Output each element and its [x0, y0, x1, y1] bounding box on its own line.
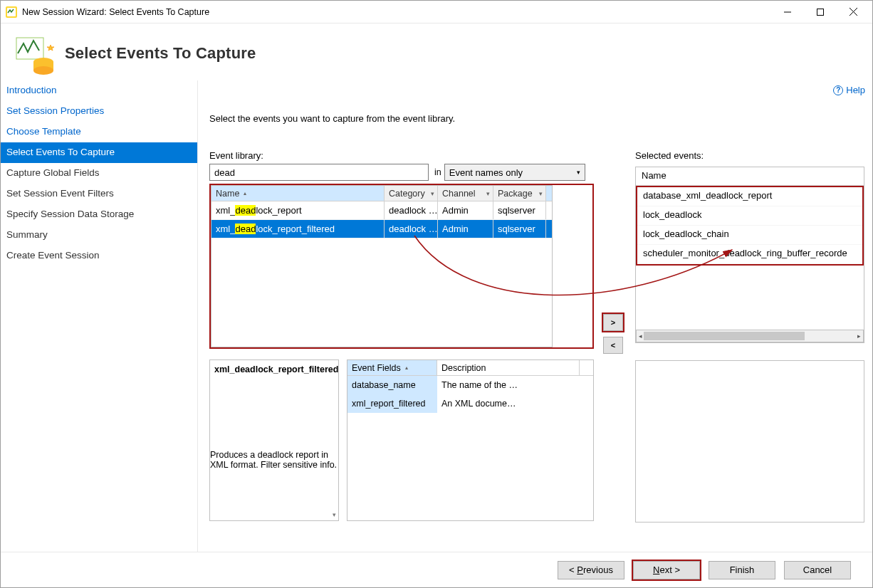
- cell-name: xml_deadlock_report_filtered: [211, 220, 385, 238]
- svg-rect-3: [817, 9, 824, 15]
- chevron-down-icon: ▾: [577, 169, 580, 176]
- cell-field-desc: An XML docume…: [437, 394, 580, 413]
- selected-events-section: Selected events: Name database_xml_deadl…: [635, 150, 864, 343]
- help-icon: ?: [833, 85, 843, 95]
- col-description[interactable]: Description: [437, 360, 580, 375]
- filter-in-label: in: [434, 167, 441, 177]
- cancel-button[interactable]: Cancel: [784, 561, 851, 579]
- selected-events-grid[interactable]: Name database_xml_deadlock_report lock_d…: [635, 167, 864, 343]
- list-item[interactable]: database_xml_deadlock_report: [637, 187, 862, 206]
- list-item[interactable]: lock_deadlock: [637, 206, 862, 226]
- svg-marker-10: [47, 45, 54, 51]
- wizard-logo-icon: [14, 32, 56, 75]
- table-row[interactable]: database_name The name of the …: [347, 376, 593, 394]
- minimize-button[interactable]: [771, 1, 804, 23]
- add-event-button[interactable]: >: [603, 314, 623, 331]
- page-header: Select Events To Capture: [1, 23, 872, 80]
- page-title: Select Events To Capture: [65, 44, 256, 63]
- selected-events-empty-panel: [635, 360, 864, 523]
- col-channel[interactable]: Channel▾: [438, 186, 493, 201]
- event-desc-title: xml_deadlock_report_filtered: [214, 364, 334, 374]
- dropdown-icon[interactable]: ▾: [333, 511, 336, 518]
- table-row[interactable]: xml_report_filtered An XML docume…: [347, 394, 593, 413]
- instruction-text: Select the events you want to capture fr…: [209, 113, 862, 124]
- close-button[interactable]: [837, 1, 869, 23]
- selected-events-label: Selected events:: [635, 150, 864, 161]
- filter-icon: ▾: [431, 190, 434, 197]
- next-button[interactable]: Next >: [633, 561, 700, 579]
- cell-field-desc: The name of the …: [437, 376, 580, 394]
- filter-row: in Event names only ▾: [209, 164, 594, 181]
- transfer-buttons: > <: [603, 314, 624, 354]
- scroll-right-icon: ▸: [857, 332, 861, 340]
- help-link[interactable]: ? Help: [833, 85, 865, 95]
- event-library-section: Event library: in Event names only ▾ Nam…: [209, 150, 594, 349]
- filter-input[interactable]: [209, 164, 429, 181]
- cell-channel: Admin: [438, 201, 493, 219]
- footer: < Previous Next > Finish Cancel: [1, 552, 872, 587]
- scroll-thumb[interactable]: [644, 332, 805, 340]
- event-library-grid[interactable]: Name▴ Category▾ Channel▾ Package▾ xml_de…: [211, 185, 553, 347]
- table-row[interactable]: xml_deadlock_report deadlock … Admin sql…: [211, 201, 552, 220]
- filter-scope-value: Event names only: [449, 167, 523, 178]
- nav-create-event-session[interactable]: Create Event Session: [1, 246, 197, 266]
- selected-events-body: database_xml_deadlock_report lock_deadlo…: [637, 187, 862, 264]
- window-title: New Session Wizard: Select Events To Cap…: [22, 7, 771, 17]
- body: Introduction Set Session Properties Choo…: [1, 80, 872, 552]
- scrollbar-horizontal[interactable]: ◂ ▸: [636, 330, 864, 342]
- filter-icon: ▾: [539, 190, 543, 197]
- finish-button[interactable]: Finish: [709, 561, 775, 579]
- cell-channel: Admin: [438, 220, 493, 238]
- col-event-fields[interactable]: Event Fields▴: [347, 360, 437, 375]
- app-icon: [5, 6, 18, 19]
- sort-asc-icon: ▴: [405, 364, 408, 371]
- nav-set-session-properties[interactable]: Set Session Properties: [1, 101, 197, 122]
- cell-category: deadlock …: [385, 220, 438, 238]
- grid-body: xml_deadlock_report deadlock … Admin sql…: [211, 201, 552, 347]
- filter-scope-select[interactable]: Event names only ▾: [444, 164, 585, 181]
- previous-button[interactable]: < Previous: [558, 561, 624, 579]
- col-package[interactable]: Package▾: [493, 186, 546, 201]
- event-library-label: Event library:: [209, 150, 594, 161]
- nav-specify-session-data-storage[interactable]: Specify Session Data Storage: [1, 204, 197, 225]
- maximize-button[interactable]: [804, 1, 837, 23]
- grid-header: Name▴ Category▾ Channel▾ Package▾: [211, 186, 552, 201]
- cell-category: deadlock …: [385, 201, 438, 219]
- wizard-window: New Session Wizard: Select Events To Cap…: [0, 0, 873, 588]
- list-item[interactable]: lock_deadlock_chain: [637, 226, 862, 245]
- help-label: Help: [846, 85, 865, 95]
- list-item[interactable]: scheduler_monitor_deadlock_ring_buffer_r…: [637, 245, 862, 264]
- cell-field-name: database_name: [347, 376, 437, 394]
- cell-package: sqlserver: [493, 220, 546, 238]
- col-name[interactable]: Name▴: [211, 186, 385, 201]
- cell-name: xml_deadlock_report: [211, 201, 385, 219]
- event-description-panel: xml_deadlock_report_filtered Produces a …: [209, 359, 339, 521]
- nav-introduction[interactable]: Introduction: [1, 80, 197, 101]
- sort-asc-icon: ▴: [244, 190, 246, 196]
- nav-summary[interactable]: Summary: [1, 225, 197, 246]
- col-category[interactable]: Category▾: [385, 186, 438, 201]
- filter-icon: ▾: [486, 190, 490, 197]
- event-desc-body: Produces a deadlock report in XML format…: [210, 450, 338, 485]
- event-fields-panel: Event Fields▴ Description database_name …: [347, 359, 594, 521]
- svg-point-9: [33, 66, 53, 75]
- titlebar: New Session Wizard: Select Events To Cap…: [1, 1, 872, 23]
- main-content: ? Help Select the events you want to cap…: [198, 80, 872, 552]
- cell-package: sqlserver: [493, 201, 546, 219]
- nav-capture-global-fields[interactable]: Capture Global Fields: [1, 163, 197, 184]
- nav-set-session-event-filters[interactable]: Set Session Event Filters: [1, 184, 197, 204]
- nav-select-events[interactable]: Select Events To Capture: [1, 142, 197, 163]
- table-row[interactable]: xml_deadlock_report_filtered deadlock … …: [211, 220, 552, 238]
- cell-field-name: xml_report_filtered: [347, 394, 437, 413]
- fields-header: Event Fields▴ Description: [347, 360, 593, 376]
- selected-events-header[interactable]: Name: [636, 167, 864, 186]
- nav-choose-template[interactable]: Choose Template: [1, 122, 197, 142]
- remove-event-button[interactable]: <: [603, 337, 623, 354]
- sidebar: Introduction Set Session Properties Choo…: [1, 80, 198, 552]
